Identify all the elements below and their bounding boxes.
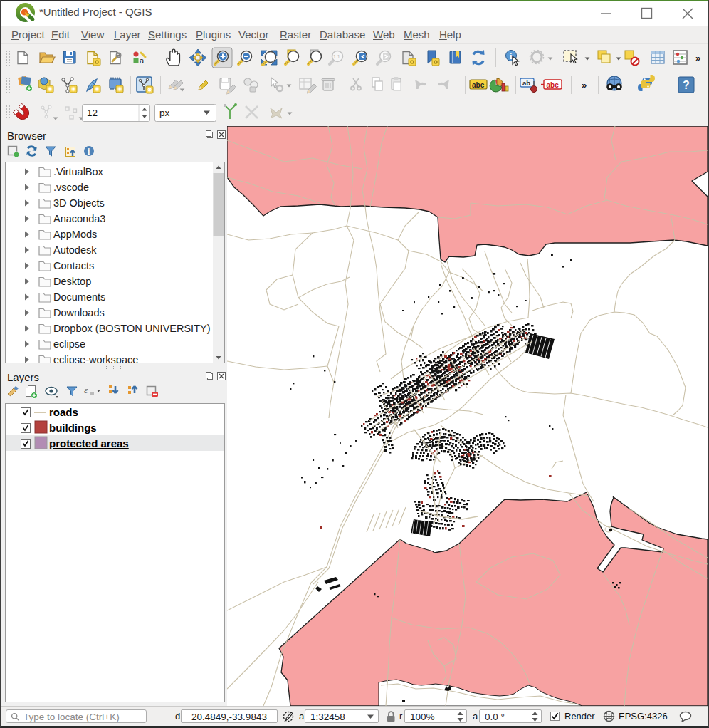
svg-text:Dropbox (BOSTON UNIVERSITY): Dropbox (BOSTON UNIVERSITY) <box>53 323 211 334</box>
svg-text:abc: abc <box>547 81 560 89</box>
svg-text:1:1: 1:1 <box>333 54 340 59</box>
svg-text:3D Objects: 3D Objects <box>53 197 105 209</box>
svg-text:eclipse-workspace: eclipse-workspace <box>53 354 138 363</box>
svg-text:Autodesk: Autodesk <box>53 244 97 256</box>
svg-text:eclipse: eclipse <box>53 338 85 350</box>
svg-text:buildings: buildings <box>49 422 97 434</box>
svg-text:Desktop: Desktop <box>53 276 91 287</box>
svg-text:AppMods: AppMods <box>53 229 97 240</box>
svg-text:protected areas: protected areas <box>49 437 129 449</box>
svg-text:»: » <box>582 80 587 90</box>
svg-text:a: a <box>140 56 145 65</box>
svg-text:Documents: Documents <box>53 291 105 303</box>
svg-text:Downloads: Downloads <box>53 307 105 318</box>
svg-text:px: px <box>159 108 170 118</box>
svg-text:12: 12 <box>87 108 98 118</box>
svg-text:Contacts: Contacts <box>53 260 94 271</box>
svg-text:.VirtualBox: .VirtualBox <box>53 166 104 177</box>
svg-text:abc: abc <box>472 81 485 89</box>
svg-text:?: ? <box>683 79 690 91</box>
svg-text:.vscode: .vscode <box>53 182 89 193</box>
svg-text:Anaconda3: Anaconda3 <box>53 213 105 224</box>
svg-text:ab: ab <box>522 79 530 87</box>
svg-text:ε: ε <box>84 385 88 395</box>
svg-text:roads: roads <box>49 406 78 418</box>
svg-text:»: » <box>695 53 700 63</box>
